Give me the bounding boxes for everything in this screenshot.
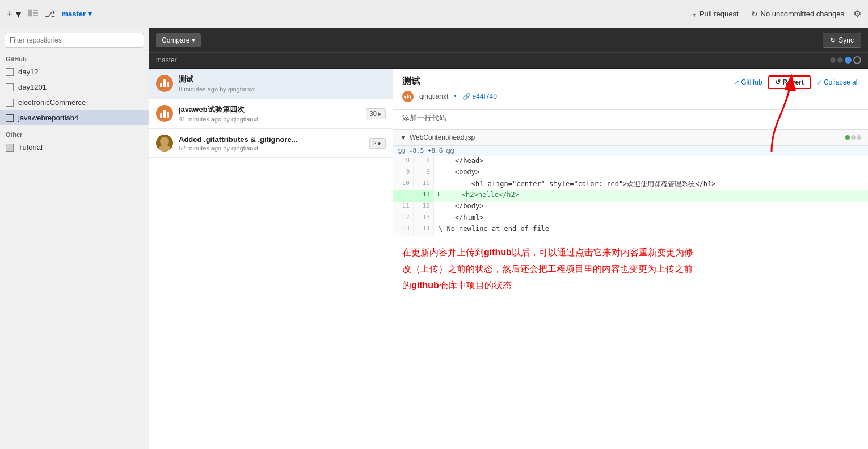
bar3 <box>167 112 169 118</box>
main-layout: GitHub day12 day1201 electronicCommerce … <box>0 28 868 449</box>
commit-title-2: Added .gitattributes & .gitignore... <box>179 135 364 144</box>
file-path: ▼ WebContent\head.jsp <box>400 133 475 141</box>
diff-line-6: 13 14 \ No newline at end of file <box>393 224 868 236</box>
new-line-num-4: 12 <box>414 202 434 213</box>
commit-count-2[interactable]: 2 ▸ <box>369 138 386 149</box>
annotation-highlight-1: github <box>484 247 512 257</box>
commit-info-0: 测试 8 minutes ago by qingtianxt <box>179 74 386 93</box>
diff-title-group: 测试 qingtianxt • <box>402 75 497 102</box>
new-line-num-0: 8 <box>414 156 434 167</box>
new-line-num-6: 14 <box>414 224 434 236</box>
no-uncommitted-label: No uncommitted changes <box>761 10 844 18</box>
branch-name-label: master <box>62 10 86 18</box>
svg-rect-1 <box>33 10 38 11</box>
branch-selector[interactable]: master ▾ <box>62 10 92 18</box>
pull-request-button[interactable]: ⑂ Pull request <box>689 7 742 21</box>
diff-line-1: 9 9 <body> <box>393 167 868 179</box>
diff-hash: 🔗 e44f740 <box>462 93 497 100</box>
branch-bar-name: master <box>156 56 177 64</box>
commit-count-1[interactable]: 30 ▸ <box>366 108 386 119</box>
sidebar-item-tutorial[interactable]: Tutorial <box>0 140 149 155</box>
github-link-button[interactable]: ↗ GitHub <box>734 78 762 86</box>
commits-diff-area: 测试 8 minutes ago by qingtianxt ja <box>149 69 868 449</box>
bar1 <box>160 83 162 87</box>
revert-button[interactable]: ↺ Revert <box>768 75 811 89</box>
branch-bar: master <box>149 53 868 69</box>
filter-repositories-input[interactable] <box>5 33 144 48</box>
repo-icon <box>6 68 14 76</box>
repo-icon <box>6 83 14 91</box>
diff-actions: ↗ GitHub ↺ Revert ⤢ Collapse all <box>734 75 859 89</box>
commit-avatar-1 <box>156 105 173 122</box>
dot-1 <box>830 57 836 63</box>
annotation-highlight-2: github <box>411 280 439 290</box>
diff-avatar <box>402 91 414 102</box>
sidebar-item-day12[interactable]: day12 <box>0 64 149 79</box>
diff-line-4: 11 12 </body> <box>393 202 868 213</box>
avatar-bars-small <box>404 95 411 99</box>
commit-item-0[interactable]: 测试 8 minutes ago by qingtianxt <box>149 69 393 99</box>
revert-label: Revert <box>783 78 804 86</box>
hash-icon: 🔗 <box>462 93 471 100</box>
svg-rect-0 <box>28 10 32 16</box>
sync-label: Sync <box>838 36 854 44</box>
avatar-img <box>156 135 173 152</box>
repo-icon <box>6 144 14 152</box>
commit-item-2[interactable]: Added .gitattributes & .gitignore... 52 … <box>149 129 393 158</box>
line-content-2: <h1 align="center" style="color: red">欢迎… <box>434 179 868 190</box>
old-line-num-1: 9 <box>393 167 414 179</box>
top-toolbar: + ▾ ⎇ master ▾ ⑂ Pull request ↻ No uncom… <box>0 0 868 28</box>
b2 <box>407 95 409 99</box>
github-label: GitHub <box>741 78 762 86</box>
collapse-all-button[interactable]: ⤢ Collapse all <box>816 78 859 86</box>
commit-meta-2: 52 minutes ago by qingtianxt <box>179 145 364 152</box>
file-path-text: WebContent\head.jsp <box>410 133 475 141</box>
sidebar-item-day1201[interactable]: day1201 <box>0 79 149 95</box>
b1 <box>404 96 406 98</box>
commit-info-2: Added .gitattributes & .gitignore... 52 … <box>179 135 364 152</box>
commit-item-1[interactable]: javaweb试验第四次 41 minutes ago by qingtianx… <box>149 99 393 129</box>
line-content-6: \ No newline at end of file <box>434 224 868 236</box>
sidebar: GitHub day12 day1201 electronicCommerce … <box>0 28 149 449</box>
external-link-icon: ↗ <box>734 78 739 86</box>
diff-header: 测试 qingtianxt • <box>393 69 868 110</box>
settings-button[interactable]: ⚙ <box>853 9 861 19</box>
commit-title-0: 测试 <box>179 74 386 85</box>
line-content-0: </head> <box>434 156 868 167</box>
new-line-num-3: 11 <box>414 190 434 202</box>
diff-line-0: 8 8 </head> <box>393 156 868 167</box>
sidebar-item-javawebreportlab4[interactable]: javawebreportlab4 <box>0 110 149 125</box>
sidebar-item-label: day12 <box>18 68 38 76</box>
new-line-num-2: 10 <box>414 179 434 190</box>
add-button[interactable]: + ▾ <box>7 8 21 20</box>
new-line-num-1: 9 <box>414 167 434 179</box>
compare-button[interactable]: Compare ▾ <box>156 33 201 47</box>
sidebar-toggle-button[interactable] <box>28 9 38 19</box>
svg-rect-3 <box>33 15 38 16</box>
github-section-label: GitHub <box>0 52 149 64</box>
diff-panel: 测试 qingtianxt • <box>393 69 868 449</box>
dot-2 <box>837 57 843 63</box>
diff-line-2: 10 10 <h1 align="center" style="color: r… <box>393 179 868 190</box>
commit-info-1: javaweb试验第四次 41 minutes ago by qingtianx… <box>179 104 360 123</box>
b3 <box>410 96 411 99</box>
line-content-1: <body> <box>434 167 868 179</box>
file-diff-header: ▼ WebContent\head.jsp <box>393 129 868 145</box>
collapse-label: Collapse all <box>824 78 859 86</box>
line-content-5: </html> <box>434 213 868 224</box>
removed-dot-2 <box>857 135 861 140</box>
no-uncommitted-status: ↻ No uncommitted changes <box>751 10 844 19</box>
new-line-num-5: 13 <box>414 213 434 224</box>
bar1 <box>160 113 162 118</box>
diff-line-3: 11 + <h2>hello</h2> <box>393 190 868 202</box>
branch-icon: ⎇ <box>45 9 55 19</box>
branch-dropdown-icon: ▾ <box>88 10 92 18</box>
old-line-num-3 <box>393 190 414 202</box>
sync-button[interactable]: ↻ Sync <box>823 33 861 48</box>
commit-avatar-0 <box>156 75 173 92</box>
plus-sign: + <box>434 190 441 202</box>
commit-meta-1: 41 minutes ago by qingtianxt <box>179 116 360 123</box>
sidebar-item-electroniccommerce[interactable]: electronicCommerce <box>0 95 149 110</box>
diff-line-5: 12 13 </html> <box>393 213 868 224</box>
file-diff: ▼ WebContent\head.jsp @@ -8,5 +8,6 @@ <box>393 129 868 236</box>
